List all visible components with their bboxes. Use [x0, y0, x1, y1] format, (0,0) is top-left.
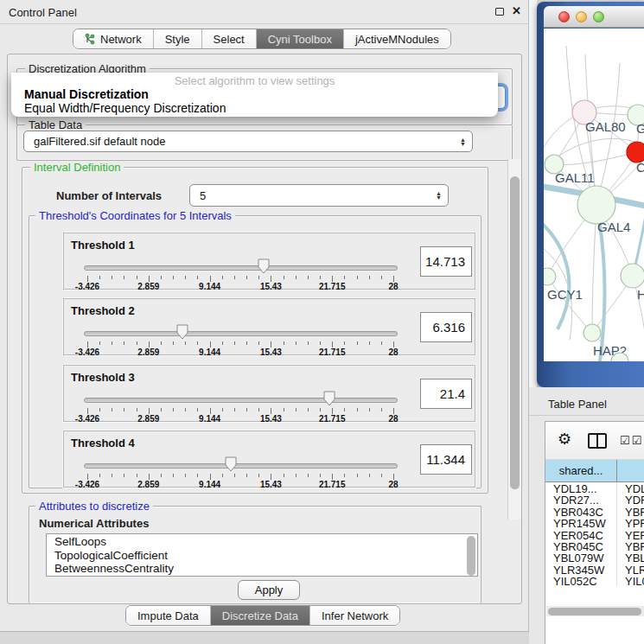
attribute-list-item[interactable]: BetweennessCentrality: [47, 561, 477, 575]
table-row[interactable]: YPR145WYPR1: [545, 517, 644, 528]
list-scrollbar[interactable]: [467, 536, 475, 576]
slider-thumb[interactable]: [258, 258, 270, 274]
network-edge[interactable]: [596, 63, 620, 205]
slider-tick: [284, 341, 284, 345]
tab-jactivemnodules[interactable]: jActiveMNodules: [344, 29, 450, 48]
num-intervals-combo[interactable]: 5 ▲▼: [189, 184, 449, 207]
slider-tick: [381, 474, 382, 477]
table-panel-title: Table Panel: [548, 398, 607, 411]
attribute-list-item[interactable]: TopologicalCoefficient: [47, 548, 477, 562]
slider-tick-label: -3.426: [75, 480, 99, 489]
close-icon[interactable]: ✕: [512, 4, 521, 17]
network-window-titlebar[interactable]: [544, 6, 644, 28]
tab-discretize-data[interactable]: Discretize Data: [211, 606, 310, 625]
checkbox-icons[interactable]: ☑☑: [620, 434, 643, 447]
slider-track[interactable]: [84, 265, 398, 271]
network-canvas[interactable]: GAL80GCGAL11GAL4GCY1HHAP2: [544, 29, 644, 361]
slider-tick-label: 15.43: [260, 480, 282, 489]
slider-tick-label: 2.859: [137, 480, 159, 489]
table-row[interactable]: YLR345WYLR3: [545, 564, 644, 575]
slider-tick: [197, 474, 198, 477]
slider-track[interactable]: [84, 463, 398, 469]
close-traffic-light[interactable]: [558, 11, 570, 22]
table-cell: YBR043C: [545, 506, 617, 517]
dropdown-item[interactable]: Manual Discretization: [11, 87, 498, 101]
dropdown-item[interactable]: Equal Width/Frequency Discretization: [11, 101, 498, 115]
network-edge[interactable]: [554, 152, 637, 165]
tab-select[interactable]: Select: [202, 29, 257, 48]
table-row[interactable]: YBR045CYBR0: [545, 540, 644, 552]
table-row[interactable]: YIL052CYIL0: [545, 575, 644, 586]
slider-tick: [332, 474, 333, 480]
slider-tick: [149, 341, 150, 348]
numerical-attributes-list[interactable]: SelfLoopsTopologicalCoefficientBetweenne…: [46, 533, 478, 577]
gear-icon[interactable]: ⚙: [558, 431, 571, 447]
tab-network[interactable]: Network: [73, 29, 154, 48]
attribute-list-item[interactable]: SelfLoops: [47, 534, 477, 548]
table-data-combo[interactable]: galFiltered.sif default node ▲▼: [23, 131, 473, 152]
slider-tick: [296, 341, 296, 345]
table-hscrollbar-thumb[interactable]: [548, 608, 641, 615]
table-row[interactable]: YBR043CYBR0: [545, 506, 644, 517]
columns-icon[interactable]: [588, 433, 607, 449]
table-hscrollbar-track[interactable]: [546, 606, 644, 616]
slider-tick: [320, 276, 321, 279]
dropdown-hint: Select algorithm to view settings: [11, 73, 498, 87]
slider-tick: [112, 474, 112, 477]
minimize-traffic-light[interactable]: [576, 11, 587, 22]
slider-thumb[interactable]: [225, 456, 237, 472]
threshold-value-field[interactable]: 11.344: [420, 444, 472, 475]
slider-tick: [332, 408, 333, 414]
threshold-value-field[interactable]: 6.316: [420, 312, 472, 342]
slider-tick: [284, 408, 284, 411]
network-node-gal4[interactable]: [577, 186, 615, 224]
network-node-h[interactable]: [621, 264, 644, 288]
apply-button[interactable]: Apply: [238, 580, 300, 600]
slider-thumb[interactable]: [323, 391, 335, 406]
slider-tick: [308, 276, 309, 279]
slider-tick: [149, 408, 150, 414]
tab-infer-network[interactable]: Infer Network: [310, 606, 399, 625]
slider-tick: [137, 276, 137, 279]
table-column-header[interactable]: na: [617, 460, 644, 481]
tab-impute-data[interactable]: Impute Data: [126, 606, 211, 625]
threshold-value-field[interactable]: 14.713: [420, 246, 472, 277]
slider-tick: [344, 341, 345, 345]
network-node-gcy1[interactable]: [544, 268, 556, 285]
tab-cyni-toolbox[interactable]: Cyni Toolbox: [257, 29, 344, 48]
network-node-label: C: [636, 160, 644, 175]
slider-tick: [381, 341, 382, 345]
attributes-group-title: Attributes to discretize: [35, 500, 153, 513]
tab-label: Discretize Data: [222, 609, 298, 622]
threshold-value-field[interactable]: 21.4: [420, 379, 472, 409]
slider-tick: [149, 474, 150, 480]
table-column-header[interactable]: shared...: [545, 460, 617, 481]
threshold-panel: Threshold 3-3.4262.8599.14415.4321.71528…: [63, 365, 475, 422]
tab-style[interactable]: Style: [154, 29, 202, 48]
threshold-label: Threshold 3: [71, 371, 135, 384]
table-data-title: Table Data: [25, 118, 86, 131]
float-icon[interactable]: [495, 8, 504, 16]
network-node-hap2[interactable]: [583, 324, 601, 341]
network-node-label: H: [637, 287, 644, 302]
slider-tick: [99, 474, 100, 477]
network-tree-icon: [85, 33, 96, 45]
zoom-traffic-light[interactable]: [593, 11, 604, 22]
slider-thumb[interactable]: [176, 324, 188, 340]
slider-tick: [369, 341, 370, 345]
slider-track[interactable]: [84, 398, 398, 403]
table-cell: YBR0: [617, 540, 644, 552]
slider-track[interactable]: [84, 331, 398, 336]
slider-tick: [320, 474, 321, 477]
table-row[interactable]: YBL079WYBL0: [545, 552, 644, 563]
bottom-tab-bar: Impute DataDiscretize DataInfer Network: [125, 605, 400, 626]
table-cell: YDR27...: [545, 494, 617, 505]
slider-tick: [381, 276, 382, 279]
content-scrollbar-track[interactable]: [507, 159, 521, 520]
table-row[interactable]: YDR27...YDR2: [545, 494, 644, 505]
table-row[interactable]: YER054CYER0: [545, 529, 644, 540]
table-row[interactable]: YDL19...YDL1: [545, 482, 644, 494]
content-scrollbar-thumb[interactable]: [510, 176, 520, 489]
slider-tick: [197, 341, 198, 345]
num-intervals-label: Number of Intervals: [53, 189, 165, 202]
